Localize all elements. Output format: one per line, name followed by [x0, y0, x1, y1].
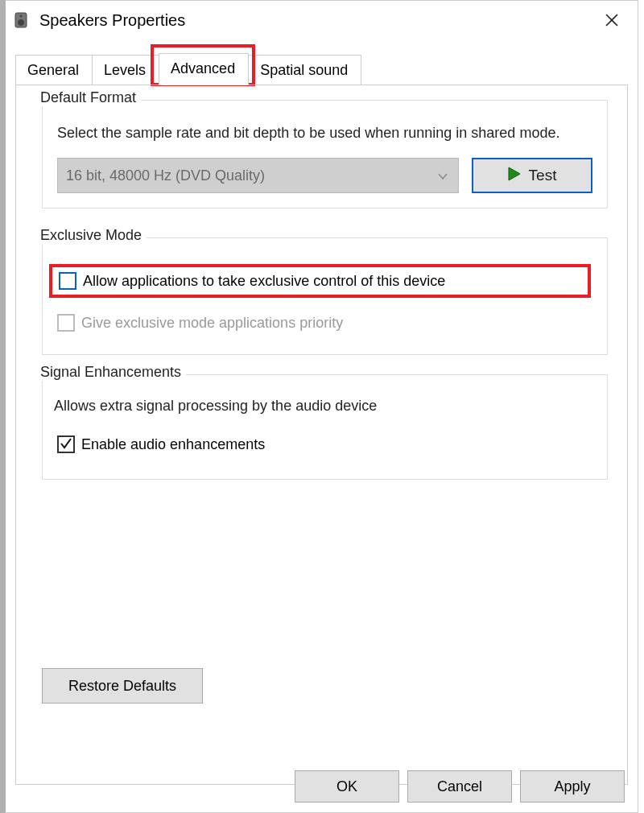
group-title-exclusive-mode: Exclusive Mode [39, 227, 147, 244]
group-signal-enhancements: Signal Enhancements Allows extra signal … [42, 374, 608, 480]
cancel-button[interactable]: Cancel [407, 770, 512, 803]
test-button-label: Test [529, 167, 557, 184]
label-exclusive-priority: Give exclusive mode applications priorit… [81, 315, 343, 332]
label-allow-exclusive: Allow applications to take exclusive con… [83, 273, 445, 290]
group-default-format: Default Format Select the sample rate an… [42, 100, 608, 208]
tab-advanced[interactable]: Advanced [159, 53, 249, 85]
svg-point-1 [18, 19, 24, 26]
tab-panel-advanced: Default Format Select the sample rate an… [15, 85, 628, 785]
cancel-label: Cancel [437, 778, 482, 795]
window-title: Speakers Properties [39, 11, 596, 30]
close-icon [605, 14, 618, 27]
group-title-signal-enhancements: Signal Enhancements [39, 364, 186, 381]
dialog-button-row: OK Cancel Apply [295, 770, 625, 803]
sample-rate-dropdown[interactable]: 16 bit, 48000 Hz (DVD Quality) [57, 158, 459, 193]
group-title-default-format: Default Format [39, 89, 141, 106]
apply-label: Apply [554, 778, 590, 795]
apply-button[interactable]: Apply [520, 770, 625, 803]
default-format-desc: Select the sample rate and bit depth to … [57, 123, 592, 143]
test-button[interactable]: Test [472, 158, 592, 193]
speaker-icon [12, 10, 31, 30]
label-enable-enhancements: Enable audio enhancements [81, 436, 265, 453]
play-icon [508, 167, 521, 185]
checkbox-allow-exclusive[interactable] [59, 272, 76, 290]
group-exclusive-mode: Exclusive Mode Allow applications to tak… [42, 237, 608, 355]
close-button[interactable] [596, 6, 628, 35]
checkbox-exclusive-priority [57, 314, 75, 332]
restore-defaults-label: Restore Defaults [68, 678, 176, 695]
highlight-allow-exclusive: Allow applications to take exclusive con… [49, 264, 591, 298]
titlebar: Speakers Properties [6, 1, 638, 39]
dialog-window: Speakers Properties General Levels Advan… [6, 0, 638, 813]
restore-defaults-button[interactable]: Restore Defaults [42, 668, 203, 704]
chevron-down-icon [437, 167, 448, 184]
ok-button[interactable]: OK [295, 770, 399, 803]
check-icon [60, 437, 72, 452]
tab-general[interactable]: General [15, 55, 93, 85]
svg-marker-5 [509, 167, 520, 180]
sample-rate-value: 16 bit, 48000 Hz (DVD Quality) [66, 167, 265, 184]
tab-spatial[interactable]: Spatial sound [248, 55, 361, 85]
tabstrip: General Levels Advanced Spatial sound [15, 49, 631, 85]
signal-enhancements-desc: Allows extra signal processing by the au… [54, 396, 596, 416]
tab-levels[interactable]: Levels [92, 55, 159, 85]
ok-label: OK [336, 778, 357, 795]
svg-point-2 [19, 14, 22, 17]
checkbox-enable-enhancements[interactable] [57, 435, 75, 453]
